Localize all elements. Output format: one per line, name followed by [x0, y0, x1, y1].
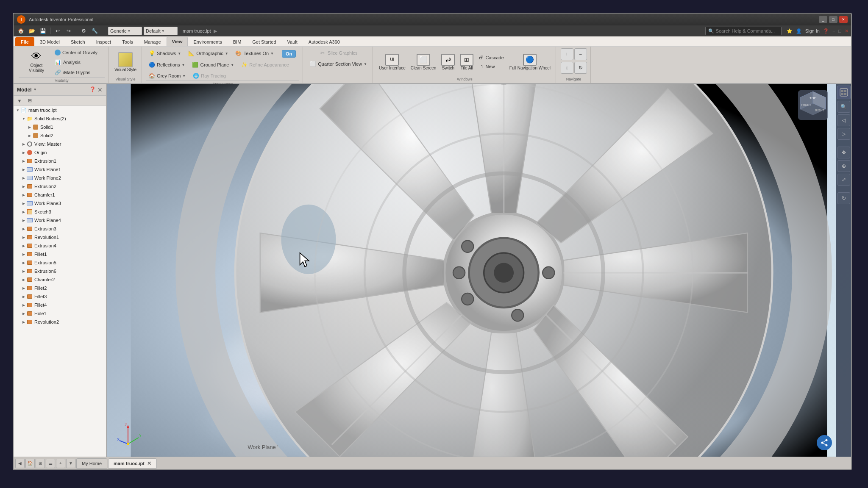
zoom-in-btn[interactable]: +	[561, 48, 573, 60]
orbit-btn[interactable]: ↻	[574, 62, 587, 74]
rotate-btn[interactable]: ↻	[837, 192, 850, 204]
reflections-btn[interactable]: 🔵 Reflections ▼	[146, 60, 187, 69]
tree-item-4[interactable]: ▶View: Master	[14, 140, 106, 148]
generic-dropdown[interactable]: Generic ▼	[108, 27, 142, 35]
textures-btn[interactable]: 🎨 Textures On ▼	[233, 49, 276, 58]
tab-view[interactable]: View	[167, 37, 188, 46]
tree-item-11[interactable]: ▶Work Plane3	[14, 199, 106, 208]
refine-btn[interactable]: ✨ Refine Appearance	[239, 60, 291, 69]
ground-plane-btn[interactable]: 🟩 Ground Plane ▼	[189, 60, 236, 69]
orthographic-btn[interactable]: 📐 Orthographic ▼	[186, 49, 231, 58]
new-window-btn[interactable]: 🗋 New	[477, 63, 506, 70]
tree-item-2[interactable]: ▶Solid1	[14, 123, 106, 131]
window-min-btn[interactable]: −	[832, 28, 835, 33]
window-close-btn2[interactable]: ✕	[845, 28, 849, 34]
tree-item-19[interactable]: ▶Extrusion6	[14, 267, 106, 275]
look-at-btn[interactable]: 🔍	[837, 101, 850, 113]
center-of-gravity-btn[interactable]: Center of Gravity	[53, 48, 100, 57]
tree-item-12[interactable]: ▶Sketch3	[14, 208, 106, 216]
zoom-out-btn[interactable]: −	[574, 48, 587, 60]
expand-btn[interactable]: ⊞	[25, 97, 34, 105]
tab-vault[interactable]: Vault	[282, 37, 303, 46]
switch-btn[interactable]: ⇄ Switch	[440, 53, 456, 72]
slice-graphics-btn[interactable]: ✂ Slice Graphics	[317, 48, 360, 58]
tree-container[interactable]: ▼📄mam truoc.ipt▼📁Solid Bodies(2)▶Solid1▶…	[14, 106, 106, 457]
tree-item-7[interactable]: ▶Work Plane1	[14, 165, 106, 174]
full-nav-wheel-btn[interactable]: 🔵 Full Navigation Wheel	[508, 53, 552, 72]
view-cube-btn[interactable]	[837, 86, 851, 99]
on-btn[interactable]: On	[278, 48, 299, 58]
tab-scroll-left[interactable]: ◀	[15, 459, 25, 468]
tab-tools[interactable]: Tools	[117, 37, 139, 46]
title-bar-controls[interactable]: _ □ ✕	[819, 16, 848, 23]
pan-btn[interactable]: ↕	[561, 62, 573, 74]
shadows-btn[interactable]: 💡 Shadows ▼	[146, 49, 183, 58]
save-btn[interactable]: 💾	[38, 27, 47, 35]
window-restore-btn[interactable]: □	[838, 28, 841, 33]
tab-layout-btn[interactable]: ⊞	[36, 459, 45, 468]
tree-item-8[interactable]: ▶Work Plane2	[14, 174, 106, 182]
default-dropdown[interactable]: Default ▼	[144, 27, 178, 35]
zoom-view-btn[interactable]: ⊕	[837, 160, 850, 172]
tree-item-18[interactable]: ▶Extrusion5	[14, 258, 106, 267]
tab-close-icon[interactable]: ✕	[147, 460, 151, 466]
tab-manage[interactable]: Manage	[139, 37, 167, 46]
tree-item-22[interactable]: ▶Fillet3	[14, 292, 106, 301]
ray-tracing-btn[interactable]: 🌐 Ray Tracing	[190, 71, 228, 80]
maximize-btn[interactable]: □	[829, 16, 837, 23]
model-dropdown[interactable]: ▼	[33, 88, 37, 92]
redo-btn[interactable]: ↪	[64, 27, 73, 35]
undo-btn[interactable]: ↩	[53, 27, 62, 35]
search-box[interactable]: 🔍 Search Help & Commands...	[705, 27, 782, 35]
tree-item-6[interactable]: ▶Extrusion1	[14, 157, 106, 165]
tab-add-btn[interactable]: +	[56, 459, 65, 468]
tree-item-14[interactable]: ▶Extrusion3	[14, 225, 106, 233]
tab-bim[interactable]: BIM	[228, 37, 247, 46]
tab-get-started[interactable]: Get Started	[247, 37, 281, 46]
tree-item-21[interactable]: ▶Fillet2	[14, 284, 106, 292]
tree-item-24[interactable]: ▶Hole1	[14, 309, 106, 318]
minimize-btn[interactable]: _	[819, 16, 827, 23]
tab-sketch[interactable]: Sketch	[65, 37, 91, 46]
tab-file[interactable]: File	[15, 37, 34, 46]
tab-home-icon[interactable]: 🏠	[25, 459, 35, 468]
nav-cube-area[interactable]: TOP FRONT RIGHT	[796, 88, 830, 123]
panel-help-btn[interactable]: ❓	[89, 86, 96, 93]
quarter-section-btn[interactable]: ⬜ Quarter Section View ▼	[307, 59, 369, 69]
share-btn[interactable]	[817, 435, 832, 450]
tree-item-0[interactable]: ▼📄mam truoc.ipt	[14, 106, 106, 114]
tab-list-btn[interactable]: ☰	[46, 459, 55, 468]
visual-style-btn[interactable]: Visual Style	[113, 51, 138, 73]
open-btn[interactable]: 📂	[27, 27, 36, 35]
on-button[interactable]: On	[282, 50, 296, 58]
tab-3d-model[interactable]: 3D Model	[34, 37, 65, 46]
tree-item-5[interactable]: ▶Origin	[14, 148, 106, 157]
sign-in[interactable]: Sign In	[805, 28, 820, 33]
user-interface-btn[interactable]: UI User Interface	[377, 53, 407, 72]
tile-all-btn[interactable]: ⊞ Tile All	[458, 53, 475, 72]
home-btn[interactable]: 🏠	[16, 27, 25, 35]
tree-item-13[interactable]: ▶Work Plane4	[14, 216, 106, 225]
pan-view-btn[interactable]: ✥	[837, 147, 850, 158]
nav-arrow[interactable]: ▶	[214, 28, 217, 34]
imate-glyphs-btn[interactable]: 🔗 iMate Glyphs	[53, 68, 100, 77]
tree-item-3[interactable]: ▶Solid2	[14, 131, 106, 140]
tab-inspect[interactable]: Inspect	[91, 37, 117, 46]
panel-close-btn[interactable]: ✕	[97, 86, 103, 93]
analysis-btn[interactable]: 📊 Analysis	[53, 58, 100, 67]
settings-btn[interactable]: ⚙	[79, 27, 88, 35]
next-view-btn[interactable]: ▷	[837, 128, 850, 140]
tab-minus-btn[interactable]: ▼	[66, 459, 75, 468]
close-btn[interactable]: ✕	[839, 16, 848, 23]
tab-a360[interactable]: Autodesk A360	[303, 37, 345, 46]
my-home-tab[interactable]: My Home	[76, 458, 107, 469]
tree-item-1[interactable]: ▼📁Solid Bodies(2)	[14, 114, 106, 123]
tree-item-25[interactable]: ▶Revolution2	[14, 318, 106, 326]
tree-item-10[interactable]: ▶Chamfer1	[14, 191, 106, 199]
tree-item-9[interactable]: ▶Extrusion2	[14, 182, 106, 191]
object-visibility-btn[interactable]: 👁 ObjectVisibility	[24, 48, 49, 75]
tree-item-23[interactable]: ▶Fillet4	[14, 301, 106, 309]
tree-item-20[interactable]: ▶Chamfer2	[14, 275, 106, 284]
previous-view-btn[interactable]: ◁	[837, 114, 850, 126]
grey-room-btn[interactable]: 🏠 Grey Room ▼	[146, 71, 188, 80]
